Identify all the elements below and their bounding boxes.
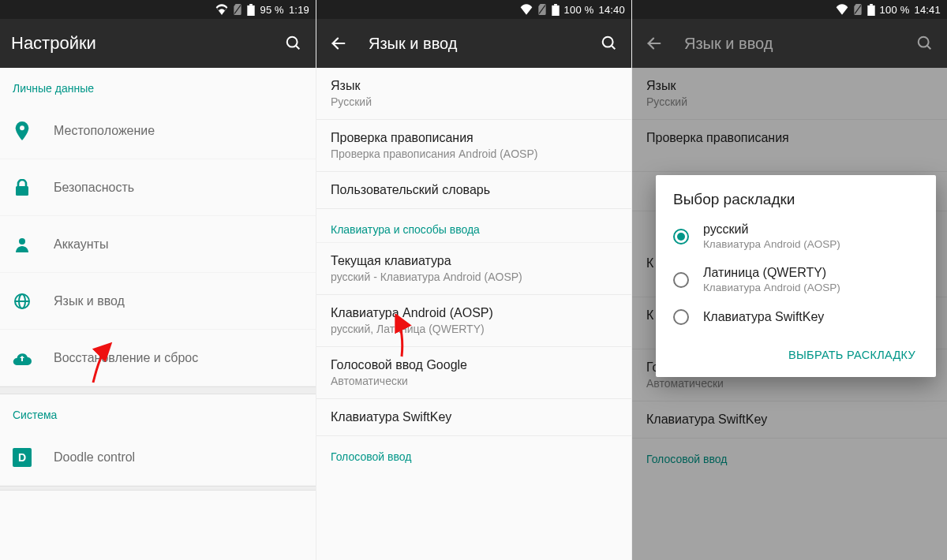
divider: [0, 386, 316, 394]
item-title: Клавиатура Android (AOSP): [331, 306, 617, 320]
item-location[interactable]: Местоположение: [0, 103, 316, 159]
item-subtitle: Автоматически: [331, 375, 617, 387]
svg-point-7: [19, 238, 25, 245]
item-accounts[interactable]: Аккаунты: [0, 216, 316, 273]
wifi-icon: [520, 4, 533, 15]
radio-option-swiftkey[interactable]: Клавиатура SwiftKey: [662, 301, 930, 333]
item-current-keyboard[interactable]: Текущая клавиатура русский - Клавиатура …: [316, 243, 631, 295]
battery-icon: [247, 4, 255, 16]
item-backup[interactable]: Восстановление и сброс: [0, 330, 316, 386]
item-google-voice[interactable]: Голосовой ввод Google Автоматически: [316, 347, 631, 399]
doodle-icon: D: [13, 448, 32, 467]
app-bar: Настройки: [0, 19, 316, 68]
svg-line-16: [612, 46, 616, 50]
item-label: Язык и ввод: [54, 294, 125, 308]
battery-percent: 100 %: [564, 4, 594, 16]
clock: 14:41: [914, 4, 941, 16]
person-icon: [13, 235, 32, 254]
item-swiftkey[interactable]: Клавиатура SwiftKey: [316, 399, 631, 436]
item-language[interactable]: Язык Русский: [316, 68, 631, 120]
svg-rect-6: [16, 186, 28, 196]
item-subtitle: Русский: [331, 95, 617, 108]
svg-point-15: [603, 37, 613, 47]
app-bar: Язык и ввод: [632, 19, 947, 68]
radio-icon: [673, 309, 689, 325]
clock: 14:40: [598, 4, 625, 16]
svg-rect-13: [552, 5, 559, 15]
svg-rect-1: [250, 4, 253, 6]
item-subtitle: русский, Латиница (QWERTY): [331, 323, 617, 335]
svg-rect-18: [870, 4, 873, 6]
svg-point-21: [919, 37, 929, 47]
location-icon: [13, 121, 32, 140]
svg-rect-12: [554, 4, 557, 6]
clock: 1:19: [289, 4, 309, 16]
wifi-icon: [836, 4, 848, 15]
search-icon[interactable]: [914, 32, 936, 54]
item-doodle[interactable]: D Doodle control: [0, 429, 316, 486]
screen-language-input: 100 % 14:40 Язык и ввод Язык Русский Про…: [316, 0, 631, 560]
radio-option-russian[interactable]: русский Клавиатура Android (AOSP): [662, 215, 930, 258]
app-bar: Язык и ввод: [316, 19, 631, 68]
sim-icon: [233, 4, 242, 15]
svg-point-5: [20, 125, 24, 130]
battery-icon: [867, 4, 875, 16]
item-label: Восстановление и сброс: [54, 351, 198, 365]
radio-option-latin[interactable]: Латиница (QWERTY) Клавиатура Android (AO…: [662, 258, 930, 301]
divider: [0, 486, 316, 491]
item-subtitle: русский - Клавиатура Android (AOSP): [331, 271, 617, 283]
item-spellcheck[interactable]: Проверка правописания Проверка правописа…: [316, 120, 631, 172]
svg-point-3: [287, 37, 298, 47]
item-aosp-keyboard[interactable]: Клавиатура Android (AOSP) русский, Латин…: [316, 295, 631, 347]
search-icon[interactable]: [598, 32, 620, 54]
section-personal: Личные данные: [0, 68, 316, 103]
sim-icon: [853, 4, 863, 15]
item-label: Аккаунты: [54, 237, 108, 252]
item-security[interactable]: Безопасность: [0, 159, 316, 216]
battery-percent: 100 %: [880, 4, 910, 16]
item-title: Язык: [331, 79, 617, 93]
cloud-upload-icon: [13, 349, 32, 368]
item-subtitle: Проверка правописания Android (AOSP): [331, 147, 617, 160]
section-keyboard: Клавиатура и способы ввода: [316, 209, 631, 243]
globe-icon: [13, 292, 32, 311]
radio-label: Клавиатура SwiftKey: [703, 310, 824, 324]
layout-dialog: Выбор раскладки русский Клавиатура Andro…: [656, 175, 936, 377]
wifi-icon: [215, 4, 228, 15]
section-system: Система: [0, 394, 316, 429]
sim-icon: [537, 4, 547, 15]
settings-list: Личные данные Местоположение Безопасност…: [0, 68, 316, 560]
item-title: Клавиатура SwiftKey: [331, 410, 617, 424]
page-title: Настройки: [11, 33, 264, 54]
dialog-title: Выбор раскладки: [662, 191, 930, 215]
item-title: Текущая клавиатура: [331, 254, 617, 268]
search-icon[interactable]: [283, 32, 305, 54]
radio-label: русский: [703, 222, 840, 237]
lock-icon: [13, 178, 32, 197]
battery-icon: [552, 4, 560, 16]
language-list: Язык Русский Проверка правописания Прове…: [316, 68, 631, 560]
svg-rect-2: [248, 5, 255, 15]
select-layout-button[interactable]: Выбрать раскладку: [782, 344, 922, 366]
item-label: Doodle control: [54, 450, 135, 465]
item-label: Местоположение: [54, 124, 155, 138]
radio-sublabel: Клавиатура Android (AOSP): [703, 238, 840, 250]
svg-line-22: [927, 46, 931, 50]
item-language[interactable]: Язык и ввод: [0, 273, 316, 330]
back-icon[interactable]: [643, 32, 665, 54]
svg-rect-19: [867, 5, 874, 15]
item-title: Голосовой ввод Google: [331, 358, 617, 372]
item-dictionary[interactable]: Пользовательский словарь: [316, 172, 631, 209]
item-label: Безопасность: [54, 181, 134, 195]
item-title: Пользовательский словарь: [331, 183, 617, 197]
radio-sublabel: Клавиатура Android (AOSP): [703, 282, 840, 293]
svg-line-4: [296, 46, 300, 50]
page-title: Язык и ввод: [369, 35, 579, 53]
status-bar: 100 % 14:41: [632, 0, 947, 19]
section-voice: Голосовой ввод: [316, 436, 631, 469]
page-title: Язык и ввод: [684, 35, 895, 53]
battery-percent: 95 %: [260, 4, 283, 16]
radio-icon: [673, 272, 689, 288]
back-icon[interactable]: [328, 32, 350, 54]
item-title: Проверка правописания: [331, 131, 617, 145]
